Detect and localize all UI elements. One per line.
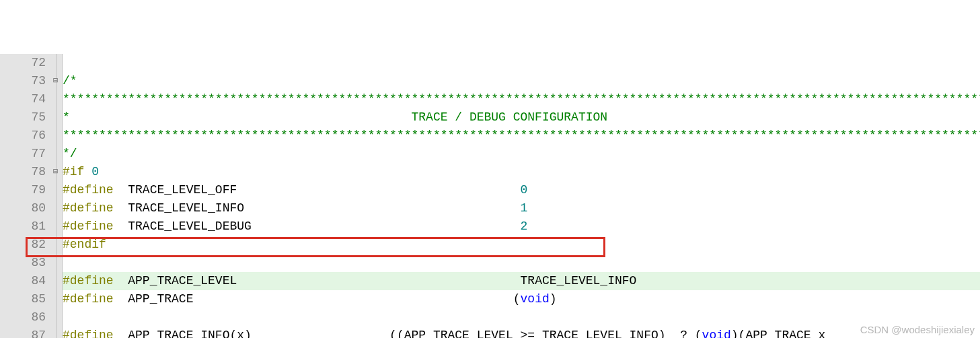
code-editor: 727374757677787980818283848586878889 ⊟⊟ …: [0, 54, 980, 338]
code-token: #define: [63, 219, 114, 233]
line-number: 72: [7, 54, 46, 72]
code-line[interactable]: #define TRACE_LEVEL_DEBUG 2: [63, 217, 980, 236]
code-token: #define: [63, 329, 114, 338]
line-number: 80: [7, 199, 46, 217]
code-token: #define: [63, 183, 114, 197]
code-token: #define: [63, 274, 114, 288]
line-number: 79: [7, 181, 46, 199]
fold-toggle-icon[interactable]: ⊟: [53, 163, 58, 181]
code-token: 0: [521, 183, 528, 197]
line-number: 73: [7, 72, 46, 90]
line-number: 86: [7, 308, 46, 327]
line-number: 74: [7, 90, 46, 108]
code-token: #define: [63, 292, 114, 306]
code-token: 2: [521, 219, 528, 233]
code-token: /*: [63, 74, 77, 88]
code-token: * TRACE / DEBUG CONFIGURATION: [63, 110, 607, 124]
line-number: 81: [7, 217, 46, 236]
code-line[interactable]: #endif: [63, 236, 980, 254]
line-number: 76: [7, 127, 46, 145]
code-line[interactable]: [63, 254, 980, 272]
line-number: 77: [7, 145, 46, 163]
code-token: ****************************************…: [63, 129, 980, 142]
code-token: TRACE_LEVEL_INFO: [114, 201, 521, 215]
watermark-text: CSDN @wodeshijiexialey: [860, 324, 975, 335]
line-number: 75: [7, 108, 46, 127]
code-token: */: [63, 147, 77, 160]
code-line[interactable]: [63, 54, 980, 72]
fold-toggle-icon[interactable]: ⊟: [53, 72, 58, 90]
code-token: ****************************************…: [63, 92, 980, 106]
code-line[interactable]: #define APP_TRACE_INFO(x) ((APP_TRACE_LE…: [63, 327, 980, 338]
code-line[interactable]: #define APP_TRACE_LEVEL TRACE_LEVEL_INFO: [63, 272, 980, 290]
code-token: APP_TRACE: [114, 292, 513, 306]
fold-column: ⊟⊟: [52, 54, 62, 338]
code-token: [84, 165, 91, 178]
code-token: #endif: [63, 238, 106, 251]
code-token: #if: [63, 165, 84, 178]
code-token: APP_TRACE_LEVEL TRACE_LEVEL_INFO: [114, 274, 637, 288]
code-line[interactable]: #define APP_TRACE (void): [63, 290, 980, 308]
line-number: 84: [7, 272, 46, 290]
code-token: 1: [521, 201, 528, 215]
code-token: void: [702, 329, 731, 338]
code-line[interactable]: ****************************************…: [63, 127, 980, 145]
code-token: void: [521, 292, 550, 306]
code-line[interactable]: */: [63, 145, 980, 163]
fold-guideline: [56, 54, 57, 338]
code-token: )(APP_TRACE x: [731, 329, 825, 338]
code-line[interactable]: * TRACE / DEBUG CONFIGURATION: [63, 108, 980, 127]
line-number: 82: [7, 236, 46, 254]
code-token: 0: [91, 165, 99, 178]
line-number-gutter: 727374757677787980818283848586878889: [0, 54, 52, 338]
code-token: (: [513, 292, 521, 306]
code-line[interactable]: #define TRACE_LEVEL_INFO 1: [63, 199, 980, 217]
line-number: 83: [7, 254, 46, 272]
code-token: TRACE_LEVEL_DEBUG: [114, 219, 521, 233]
line-number: 78: [7, 163, 46, 181]
code-line[interactable]: /*: [63, 72, 980, 90]
code-line[interactable]: #define TRACE_LEVEL_OFF 0: [63, 181, 980, 199]
code-token: TRACE_LEVEL_OFF: [114, 183, 521, 197]
line-number: 87: [7, 327, 46, 338]
code-line[interactable]: [63, 308, 980, 327]
code-token: ): [550, 292, 557, 306]
code-line[interactable]: ****************************************…: [63, 90, 980, 108]
line-number: 85: [7, 290, 46, 308]
code-area[interactable]: /***************************************…: [62, 54, 980, 338]
code-token: APP_TRACE_INFO(x) ((APP_TRACE_LEVEL >= T…: [114, 329, 702, 338]
code-line[interactable]: #if 0: [63, 163, 980, 181]
code-token: #define: [63, 201, 114, 215]
